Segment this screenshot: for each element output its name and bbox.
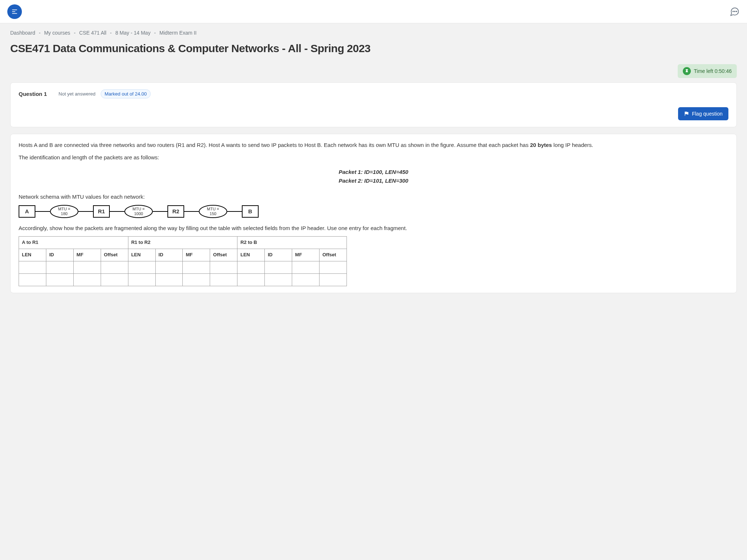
node-b: B: [242, 205, 259, 218]
input-cell[interactable]: [128, 273, 155, 286]
question-status: Not yet answered: [59, 91, 96, 97]
svg-point-3: [733, 11, 734, 12]
chat-icon[interactable]: [729, 7, 740, 17]
input-cell[interactable]: [128, 261, 155, 273]
input-cell[interactable]: [101, 273, 128, 286]
input-cell[interactable]: [19, 261, 46, 273]
flag-question-button[interactable]: Flag question: [678, 107, 728, 120]
input-cell[interactable]: [319, 261, 347, 273]
mtu-link-1: MTU = 180: [50, 205, 78, 218]
input-cell[interactable]: [101, 261, 128, 273]
table-instruction: Accordingly, show how the packets are fr…: [19, 224, 728, 233]
question-content: Hosts A and B are connected via three ne…: [10, 134, 737, 293]
breadcrumb-week[interactable]: 8 May - 14 May: [115, 30, 150, 36]
input-cell[interactable]: [265, 261, 292, 273]
input-cell[interactable]: [237, 261, 265, 273]
input-cell[interactable]: [155, 273, 183, 286]
input-cell[interactable]: [210, 261, 237, 273]
hourglass-icon: [683, 67, 691, 75]
table-column-headers: LEN ID MF Offset LEN ID MF Offset LEN ID…: [19, 249, 347, 261]
svg-point-5: [736, 11, 737, 12]
page-title: CSE471 Data Communications & Computer Ne…: [0, 39, 383, 64]
breadcrumb: Dashboard - My courses - CSE 471 All - 8…: [0, 23, 747, 39]
input-cell[interactable]: [73, 261, 101, 273]
input-cell[interactable]: [19, 273, 46, 286]
question-number: Question 1: [19, 91, 47, 97]
input-cell[interactable]: [292, 273, 320, 286]
network-schema: A MTU = 180 R1 MTU = 1000 R2 MTU = 150 B: [19, 205, 728, 218]
id-len-line: The identification and length of the pac…: [19, 153, 728, 162]
flag-icon: [684, 111, 689, 116]
logo[interactable]: [7, 4, 22, 19]
packet2-def: Packet 2: ID=101, LEN=300: [339, 176, 409, 185]
schema-label: Network schema with MTU values for each …: [19, 192, 728, 201]
node-a: A: [19, 205, 35, 218]
question-header: Question 1 Not yet answered Marked out o…: [10, 82, 737, 127]
table-row: [19, 273, 347, 286]
node-r1: R1: [93, 205, 110, 218]
svg-point-4: [735, 11, 735, 12]
input-cell[interactable]: [183, 261, 210, 273]
input-cell[interactable]: [46, 261, 73, 273]
breadcrumb-exam[interactable]: Midterm Exam II: [159, 30, 197, 36]
breadcrumb-dashboard[interactable]: Dashboard: [10, 30, 35, 36]
input-cell[interactable]: [265, 273, 292, 286]
table-section-r1-r2: R1 to R2: [128, 236, 237, 249]
node-r2: R2: [167, 205, 184, 218]
fragment-table: A to R1 R1 to R2 R2 to B LEN ID MF Offse…: [19, 236, 347, 286]
table-section-a-r1: A to R1: [19, 236, 128, 249]
svg-rect-2: [12, 13, 17, 14]
input-cell[interactable]: [319, 273, 347, 286]
packet1-def: Packet 1: ID=100, LEN=450: [339, 168, 409, 176]
breadcrumb-mycourses[interactable]: My courses: [44, 30, 70, 36]
svg-rect-0: [12, 9, 17, 10]
timer-badge: Time left 0:50:46: [678, 64, 737, 78]
input-cell[interactable]: [237, 273, 265, 286]
svg-rect-1: [12, 11, 15, 12]
table-row: [19, 261, 347, 273]
input-cell[interactable]: [155, 261, 183, 273]
input-cell[interactable]: [46, 273, 73, 286]
mtu-link-3: MTU = 150: [199, 205, 227, 218]
menu-drawer-icon: [11, 8, 18, 15]
input-cell[interactable]: [73, 273, 101, 286]
mtu-link-2: MTU = 1000: [124, 205, 153, 218]
intro-paragraph: Hosts A and B are connected via three ne…: [19, 141, 728, 149]
input-cell[interactable]: [183, 273, 210, 286]
question-marks: Marked out of 24.00: [101, 89, 151, 98]
table-section-r2-b: R2 to B: [237, 236, 347, 249]
input-cell[interactable]: [210, 273, 237, 286]
packet-definitions: Packet 1: ID=100, LEN=450 Packet 2: ID=1…: [339, 168, 409, 185]
timer-text: Time left 0:50:46: [694, 68, 732, 74]
input-cell[interactable]: [292, 261, 320, 273]
top-bar: [0, 0, 747, 23]
flag-label: Flag question: [692, 111, 723, 117]
timer-bar: Time left 0:50:46: [0, 64, 747, 82]
breadcrumb-course[interactable]: CSE 471 All: [79, 30, 107, 36]
